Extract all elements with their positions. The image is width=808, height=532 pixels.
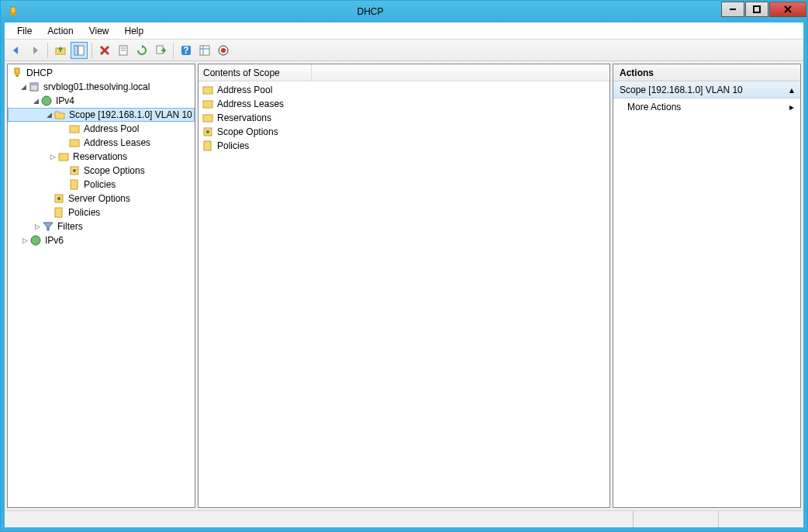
actions-section-header[interactable]: Scope [192.168.1.0] VLAN 10 ▴ <box>613 81 800 98</box>
tree-label: Filters <box>57 221 83 232</box>
app-icon <box>7 5 19 18</box>
tree-node-address-leases[interactable]: Address Leases <box>8 136 195 150</box>
list-item-scope-options[interactable]: Scope Options <box>202 125 606 139</box>
tree-node-filters[interactable]: ▷ Filters <box>8 219 195 233</box>
status-cell <box>5 511 633 527</box>
svg-rect-42 <box>204 141 211 150</box>
help-button[interactable]: ? <box>178 42 195 59</box>
tree-node-scope-policies[interactable]: Policies <box>8 178 195 192</box>
chevron-right-icon: ▸ <box>789 102 794 112</box>
tree-node-ipv4[interactable]: ◢ IPv4 <box>8 94 195 108</box>
folder-icon <box>57 150 70 163</box>
svg-point-21 <box>221 48 226 53</box>
show-hide-tree-button[interactable] <box>71 42 88 59</box>
up-folder-button[interactable] <box>52 42 69 59</box>
tree-node-reservations[interactable]: ▷ Reservations <box>8 150 195 164</box>
actions-header: Actions <box>613 64 800 81</box>
tree-label: srvblog01.thesolving.local <box>43 81 150 92</box>
folder-icon <box>202 98 214 110</box>
tree-label: Reservations <box>73 151 127 162</box>
list-item-address-leases[interactable]: Address Leases <box>202 97 606 111</box>
tree-node-dhcp-root[interactable]: DHCP <box>8 66 195 80</box>
tree-node-ipv6[interactable]: ▷ IPv6 <box>8 233 195 247</box>
tree-label: Server Options <box>68 193 130 204</box>
columns-button[interactable] <box>196 42 213 59</box>
collapse-toggle-icon[interactable]: ◢ <box>44 111 54 119</box>
actions-panel: Actions Scope [192.168.1.0] VLAN 10 ▴ Mo… <box>613 64 801 508</box>
svg-rect-7 <box>74 46 78 55</box>
list-header[interactable]: Contents of Scope <box>199 64 609 81</box>
trophy-icon <box>11 67 23 79</box>
forward-button[interactable] <box>26 42 43 59</box>
minimize-button[interactable] <box>721 2 744 17</box>
tree-node-server-policies[interactable]: Policies <box>8 206 195 219</box>
folder-icon <box>202 112 214 124</box>
svg-rect-8 <box>78 46 84 55</box>
scope-tree-panel: DHCP ◢ srvblog01.thesolving.local ◢ IPv4… <box>7 64 195 508</box>
svg-text:?: ? <box>183 45 188 56</box>
expand-toggle-icon[interactable]: ▷ <box>48 153 57 161</box>
svg-point-31 <box>73 169 76 172</box>
expand-toggle-icon[interactable]: ▷ <box>20 237 29 244</box>
tree-label: Address Pool <box>84 123 139 134</box>
collapse-toggle-icon[interactable]: ◢ <box>19 83 28 91</box>
back-button[interactable] <box>8 42 25 59</box>
svg-rect-28 <box>70 140 79 147</box>
menu-action[interactable]: Action <box>41 24 79 38</box>
list-column-header[interactable]: Contents of Scope <box>203 64 312 81</box>
tree-node-scope[interactable]: ◢ Scope [192.168.1.0] VLAN 10 <box>8 108 195 122</box>
delete-button[interactable] <box>96 42 113 59</box>
scope-tree: DHCP ◢ srvblog01.thesolving.local ◢ IPv4… <box>8 64 195 249</box>
list-item-policies[interactable]: Policies <box>202 139 606 153</box>
collapse-icon[interactable]: ▴ <box>789 85 794 95</box>
actions-more-actions[interactable]: More Actions ▸ <box>613 98 800 116</box>
tree-node-address-pool[interactable]: Address Pool <box>8 122 195 136</box>
close-button[interactable] <box>769 2 806 17</box>
ipv6-icon <box>29 234 42 247</box>
tree-label: Policies <box>84 179 116 190</box>
svg-rect-25 <box>30 83 38 85</box>
svg-rect-23 <box>16 74 19 77</box>
export-button[interactable] <box>152 42 169 59</box>
actions-item-label: More Actions <box>627 102 681 112</box>
tree-node-server[interactable]: ◢ srvblog01.thesolving.local <box>8 80 195 94</box>
record-button[interactable] <box>215 42 232 59</box>
window-title: DHCP <box>19 6 721 17</box>
status-cell <box>718 511 803 527</box>
menu-help[interactable]: Help <box>119 24 150 38</box>
collapse-toggle-icon[interactable]: ◢ <box>31 97 40 105</box>
policies-icon <box>53 206 65 219</box>
svg-point-26 <box>42 96 51 105</box>
svg-point-36 <box>31 236 40 245</box>
svg-rect-35 <box>55 208 62 217</box>
tree-node-server-options[interactable]: Server Options <box>8 192 195 206</box>
svg-point-41 <box>206 130 209 133</box>
tree-label: DHCP <box>26 67 53 78</box>
status-bar <box>5 510 803 527</box>
list-item-address-pool[interactable]: Address Pool <box>202 83 606 97</box>
svg-rect-39 <box>203 115 212 122</box>
maximize-button[interactable] <box>745 2 768 17</box>
options-icon <box>68 164 81 177</box>
title-bar[interactable]: DHCP <box>1 1 807 22</box>
refresh-button[interactable] <box>133 42 150 59</box>
list-item-label: Address Pool <box>217 85 272 95</box>
properties-button[interactable] <box>115 42 132 59</box>
list-item-reservations[interactable]: Reservations <box>202 111 606 125</box>
menu-bar: File Action View Help <box>5 22 803 40</box>
window-controls <box>721 1 807 22</box>
list-item-label: Address Leases <box>217 98 284 109</box>
menu-file[interactable]: File <box>11 24 38 38</box>
tree-node-scope-options[interactable]: Scope Options <box>8 164 195 178</box>
list-item-label: Policies <box>217 140 249 151</box>
contents-panel: Contents of Scope Address Pool Address L… <box>198 64 610 508</box>
svg-rect-29 <box>59 154 68 161</box>
client-area: File Action View Help ? <box>1 22 807 531</box>
options-icon <box>202 126 214 138</box>
menu-view[interactable]: View <box>83 24 116 38</box>
svg-rect-14 <box>157 46 163 54</box>
svg-rect-17 <box>200 46 209 55</box>
svg-rect-37 <box>203 87 212 94</box>
options-icon <box>53 192 65 205</box>
expand-toggle-icon[interactable]: ▷ <box>33 223 42 230</box>
